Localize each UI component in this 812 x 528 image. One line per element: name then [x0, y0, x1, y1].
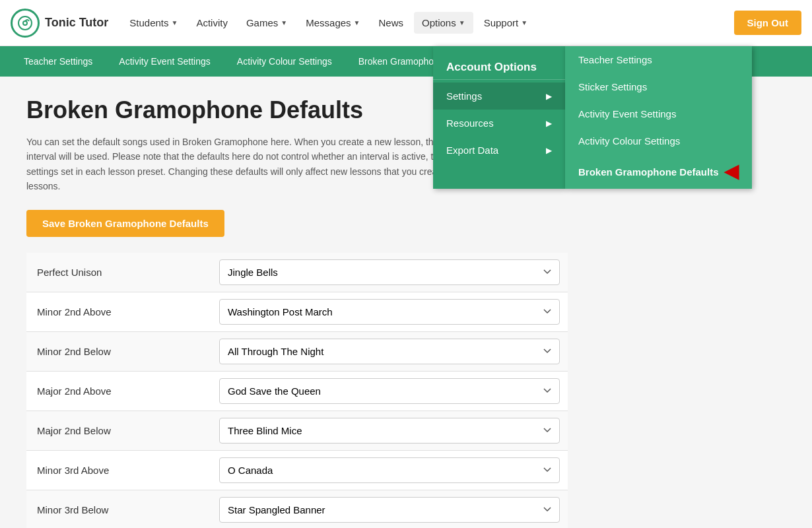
song-select[interactable]: God Save the Queen — [219, 378, 560, 404]
nav-activity[interactable]: Activity — [188, 12, 236, 34]
song-select-cell: Washington Post March — [211, 292, 568, 331]
submenu-broken-gramophone-defaults[interactable]: Broken Gramophone Defaults ◀ — [565, 154, 752, 189]
table-row: Minor 2nd Above Washington Post March — [26, 292, 568, 331]
nav-students[interactable]: Students ▼ — [121, 12, 186, 34]
interval-label: Major 2nd Below — [26, 411, 211, 450]
table-row: Major 2nd Below Three Blind Mice — [26, 411, 568, 450]
interval-label: Minor 3rd Above — [26, 450, 211, 490]
subnav-activity-event-settings[interactable]: Activity Event Settings — [106, 46, 224, 77]
table-row: Perfect Unison Jingle Bells — [26, 253, 568, 292]
chevron-down-icon: ▼ — [281, 19, 287, 26]
chevron-down-icon: ▼ — [459, 19, 465, 26]
sign-out-button[interactable]: Sign Out — [734, 11, 802, 35]
dropdown-export-data[interactable]: Export Data ▶ — [433, 137, 565, 164]
interval-label: Minor 3rd Below — [26, 490, 211, 528]
red-arrow-icon: ◀ — [724, 162, 739, 181]
song-select-cell: All Through The Night — [211, 331, 568, 371]
song-select-cell: Jingle Bells — [211, 253, 568, 292]
dropdown-menu: Account Options Settings ▶ Resources ▶ E… — [433, 46, 565, 189]
save-button[interactable]: Save Broken Gramophone Defaults — [26, 210, 224, 237]
settings-submenu: Teacher Settings Sticker Settings Activi… — [565, 46, 752, 189]
options-dropdown: Account Options Settings ▶ Resources ▶ E… — [433, 46, 752, 189]
chevron-right-icon: ▶ — [546, 92, 552, 101]
interval-label: Perfect Unison — [26, 253, 211, 292]
song-select[interactable]: All Through The Night — [219, 339, 560, 364]
song-select[interactable]: O Canada — [219, 457, 560, 483]
table-row: Minor 2nd Below All Through The Night — [26, 331, 568, 371]
song-select[interactable]: Washington Post March — [219, 299, 560, 325]
nav-news[interactable]: News — [371, 12, 412, 34]
interval-label: Major 2nd Above — [26, 371, 211, 411]
nav-items: Students ▼ Activity Games ▼ Messages ▼ N… — [121, 12, 733, 34]
settings-table: Perfect Unison Jingle Bells Minor 2nd Ab… — [26, 253, 568, 528]
nav-games[interactable]: Games ▼ — [238, 12, 295, 34]
song-select[interactable]: Three Blind Mice — [219, 418, 560, 444]
table-row: Minor 3rd Above O Canada — [26, 450, 568, 490]
chevron-down-icon: ▼ — [172, 19, 178, 26]
logo-text: Tonic Tutor — [45, 16, 108, 30]
dropdown-settings[interactable]: Settings ▶ — [433, 82, 565, 110]
submenu-sticker-settings[interactable]: Sticker Settings — [565, 73, 752, 100]
chevron-right-icon: ▶ — [546, 146, 552, 155]
nav-support[interactable]: Support ▼ — [476, 12, 535, 34]
interval-label: Minor 2nd Above — [26, 292, 211, 331]
submenu-activity-colour-settings[interactable]: Activity Colour Settings — [565, 127, 752, 154]
song-select-cell: God Save the Queen — [211, 371, 568, 411]
chevron-down-icon: ▼ — [521, 19, 527, 26]
interval-label: Minor 2nd Below — [26, 331, 211, 371]
song-select-cell: Three Blind Mice — [211, 411, 568, 450]
nav-options[interactable]: Options ▼ — [414, 12, 473, 34]
song-select-cell: Star Spangled Banner — [211, 490, 568, 528]
song-select[interactable]: Jingle Bells — [219, 259, 560, 285]
song-select-cell: O Canada — [211, 450, 568, 490]
svg-point-1 — [23, 21, 27, 25]
navbar: Tonic Tutor Students ▼ Activity Games ▼ … — [0, 0, 812, 46]
submenu-teacher-settings[interactable]: Teacher Settings — [565, 46, 752, 73]
dropdown-resources[interactable]: Resources ▶ — [433, 110, 565, 137]
table-row: Minor 3rd Below Star Spangled Banner — [26, 490, 568, 528]
nav-messages[interactable]: Messages ▼ — [298, 12, 368, 34]
song-select[interactable]: Star Spangled Banner — [219, 497, 560, 523]
logo-icon — [11, 9, 40, 38]
chevron-right-icon: ▶ — [546, 119, 552, 128]
logo[interactable]: Tonic Tutor — [11, 9, 108, 38]
table-row: Major 2nd Above God Save the Queen — [26, 371, 568, 411]
subnav-teacher-settings[interactable]: Teacher Settings — [11, 46, 106, 77]
submenu-activity-event-settings[interactable]: Activity Event Settings — [565, 100, 752, 127]
svg-point-0 — [18, 16, 32, 30]
subnav-activity-colour-settings[interactable]: Activity Colour Settings — [224, 46, 345, 77]
account-options-label: Account Options — [433, 51, 565, 80]
chevron-down-icon: ▼ — [354, 19, 360, 26]
